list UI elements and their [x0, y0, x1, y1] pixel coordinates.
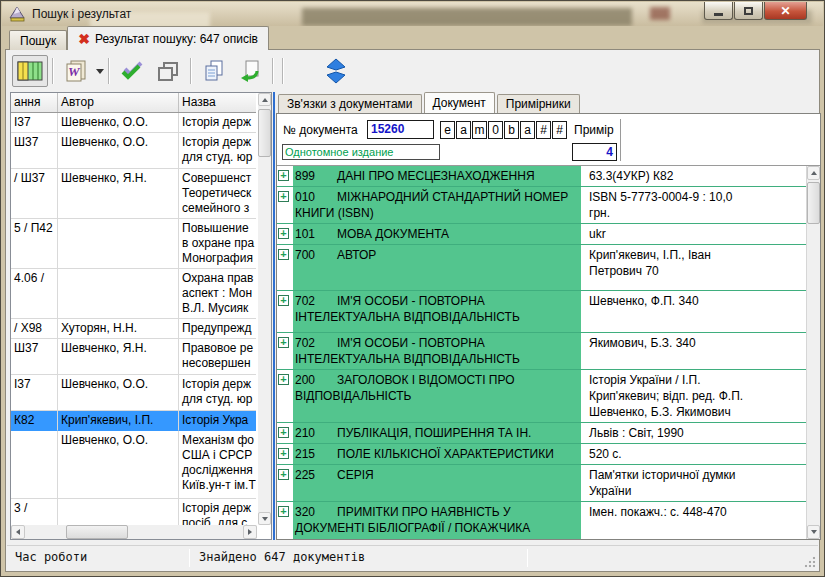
expand-icon[interactable]: +: [278, 295, 289, 306]
tab-copies[interactable]: Примірники: [497, 94, 580, 113]
field-value[interactable]: Крип'якевич, І.П., Іван Петрович 70: [581, 245, 806, 291]
dropdown-arrow-icon[interactable]: [96, 69, 104, 78]
field-value[interactable]: 63.3(4УКР) К82: [581, 166, 806, 187]
copies-input[interactable]: 4: [572, 143, 617, 161]
table-row[interactable]: 5 / П42 Повышение в охране пра Монографи…: [11, 219, 256, 269]
document-vscrollbar[interactable]: [806, 166, 820, 539]
marc-row[interactable]: + 200ЗАГОЛОВОК І ВІДОМОСТІ ПРО ВІДПОВІДА…: [277, 370, 806, 423]
scroll-up-button[interactable]: [258, 93, 271, 106]
field-value[interactable]: ukr: [581, 224, 806, 245]
tab-results[interactable]: ✖ Результат пошуку: 647 описів: [67, 26, 269, 50]
field-value[interactable]: Якимович, Б.З. 340: [581, 333, 806, 370]
field-value[interactable]: Пам'ятки історичної думки України: [581, 465, 806, 502]
expand-icon[interactable]: +: [278, 469, 289, 480]
marc-row[interactable]: + 320ПРИМІТКИ ПРО НАЯВНІСТЬ У ДОКУМЕНТІ …: [277, 502, 806, 539]
return-document-button[interactable]: [232, 55, 268, 87]
tab-search[interactable]: Пошук: [9, 30, 67, 50]
tab-links-label: Зв'язки з документами: [287, 97, 413, 111]
expand-icon[interactable]: +: [278, 506, 289, 517]
scroll-up-button[interactable]: [807, 166, 820, 180]
tab-document-links[interactable]: Зв'язки з документами: [278, 94, 422, 113]
field-value[interactable]: Шевченко, Ф.П. 340: [581, 291, 806, 333]
marc-row[interactable]: + 700АВТОР Крип'якевич, І.П., Іван Петро…: [277, 245, 806, 291]
scroll-down-button[interactable]: [807, 525, 820, 539]
cell-author: Шевченко, О.О.: [58, 375, 179, 411]
vscroll-thumb[interactable]: [258, 109, 271, 157]
field-tag: 702: [295, 335, 337, 351]
results-vscrollbar[interactable]: [258, 93, 271, 525]
close-results-icon[interactable]: ✖: [78, 32, 90, 46]
doc-number-input[interactable]: 15260: [367, 120, 434, 139]
flag-box[interactable]: b: [504, 121, 519, 139]
column-header-author[interactable]: Автор: [58, 93, 179, 112]
navigate-records-button[interactable]: [318, 55, 354, 87]
flag-box[interactable]: m: [472, 121, 487, 139]
field-value[interactable]: Історія України / І.П. Крип'якевич; відп…: [581, 370, 806, 423]
expand-icon[interactable]: +: [278, 228, 289, 239]
flag-box[interactable]: a: [456, 121, 471, 139]
marc-row[interactable]: + 225СЕРІЯ Пам'ятки історичної думки Укр…: [277, 465, 806, 502]
table-row[interactable]: 3 / Історія держ посіб. для с: [11, 499, 256, 525]
table-row[interactable]: І37 Шевченко, О.О. Історія держ: [11, 113, 256, 133]
flag-box[interactable]: #: [552, 121, 567, 139]
window-titlebar[interactable]: Пошук і результат ✕: [2, 2, 823, 26]
toolbar-separator: [108, 58, 110, 84]
field-name: ПОЛЕ КІЛЬКІСНОЇ ХАРАКТЕРИСТИКИ: [337, 447, 554, 461]
expand-icon[interactable]: +: [278, 249, 289, 260]
panel-splitter[interactable]: [273, 92, 275, 540]
marc-row[interactable]: + 215ПОЛЕ КІЛЬКІСНОЇ ХАРАКТЕРИСТИКИ 520 …: [277, 444, 806, 465]
marc-row[interactable]: + 702ІМ'Я ОСОБИ - ПОВТОРНА ІНТЕЛЕКТУАЛЬН…: [277, 333, 806, 370]
marc-row[interactable]: + 702ІМ'Я ОСОБИ - ПОВТОРНА ІНТЕЛЕКТУАЛЬН…: [277, 291, 806, 333]
field-value[interactable]: Львів : Світ, 1990: [581, 423, 806, 444]
column-header-code[interactable]: ання: [11, 93, 58, 112]
table-row[interactable]: / Ш37 Шевченко, Я.Н. Совершенст Теоретич…: [11, 169, 256, 219]
marc-row[interactable]: + 010МІЖНАРОДНИЙ СТАНДАРТНИЙ НОМЕР КНИГИ…: [277, 187, 806, 224]
table-row[interactable]: І37 Шевченко, О.О. Історія держ для студ…: [11, 375, 256, 411]
minimize-button[interactable]: [704, 2, 733, 20]
cell-author: Шевченко, О.О.: [58, 431, 179, 499]
table-row[interactable]: Ш37 Шевченко, Я.Н. Правовое ре несоверше…: [11, 339, 256, 375]
hscroll-thumb[interactable]: [66, 525, 128, 539]
results-hscrollbar[interactable]: [11, 525, 257, 539]
results-table-button[interactable]: [12, 55, 48, 87]
expand-icon[interactable]: +: [278, 374, 289, 385]
scroll-left-button[interactable]: [11, 525, 25, 539]
copy-button[interactable]: [196, 55, 232, 87]
flag-box[interactable]: a: [520, 121, 535, 139]
expand-icon[interactable]: +: [278, 427, 289, 438]
document-header-fields: № документа 15260 e a m 0 b a # # Примір: [277, 114, 820, 166]
expand-icon[interactable]: +: [278, 170, 289, 181]
table-row[interactable]: Шевченко, О.О. Механізм фо США і СРСР до…: [11, 431, 256, 499]
maximize-button[interactable]: [734, 2, 763, 20]
scroll-right-button[interactable]: [243, 525, 257, 539]
table-row[interactable]: 4.06 / Охрана прав аспект : Мон В.Л. Мус…: [11, 269, 256, 319]
flag-box[interactable]: e: [440, 121, 455, 139]
marc-row[interactable]: + 899ДАНІ ПРО МЕСЦЕЗНАХОДЖЕННЯ 63.3(4УКР…: [277, 166, 806, 187]
duplicate-window-button[interactable]: [150, 55, 186, 87]
vscroll-thumb[interactable]: [807, 182, 820, 224]
expand-icon[interactable]: +: [278, 448, 289, 459]
field-value[interactable]: 520 с.: [581, 444, 806, 465]
cell-title: Історія Укра: [179, 411, 256, 431]
tab-document[interactable]: Документ: [424, 92, 495, 113]
cell-author: [58, 219, 179, 269]
word-export-button[interactable]: W: [58, 55, 94, 87]
marc-row[interactable]: + 210ПУБЛІКАЦІЯ, ПОШИРЕННЯ ТА ІН. Львів …: [277, 423, 806, 444]
field-value[interactable]: Імен. покажч.: с. 448-470: [581, 502, 806, 539]
flag-box[interactable]: 0: [488, 121, 503, 139]
table-row[interactable]: / Х98 Хуторян, Н.Н. Предупрежд: [11, 319, 256, 339]
expand-icon[interactable]: +: [278, 191, 289, 202]
table-row[interactable]: Ш37 Шевченко, О.О. Історія держ для студ…: [11, 133, 256, 169]
close-button[interactable]: ✕: [764, 2, 807, 20]
table-row-selected[interactable]: К82 Крип'якевич, І.П. Історія Укра: [11, 411, 256, 431]
cell-author: Шевченко, О.О.: [58, 133, 179, 169]
marc-row[interactable]: + 101МОВА ДОКУМЕНТА ukr: [277, 224, 806, 245]
scroll-down-button[interactable]: [258, 512, 271, 525]
confirm-button[interactable]: [114, 55, 150, 87]
resize-grip[interactable]: [804, 556, 816, 568]
cell-code: І37: [11, 113, 58, 133]
expand-icon[interactable]: +: [278, 337, 289, 348]
field-value[interactable]: ISBN 5-7773-0004-9 : 10,0 грн.: [581, 187, 806, 224]
flag-box[interactable]: #: [536, 121, 551, 139]
column-header-title[interactable]: Назва: [179, 93, 256, 112]
